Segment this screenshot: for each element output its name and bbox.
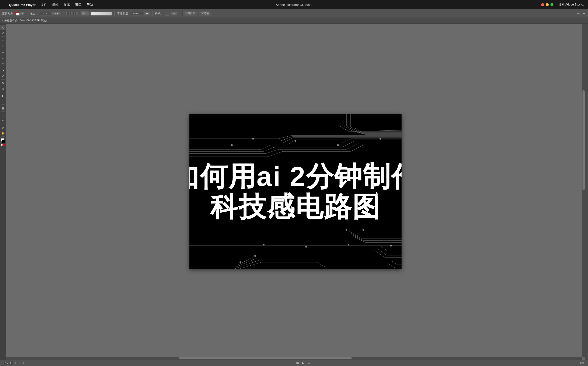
tab-bar: × 未标题-7 @ 150% (CMYK/GPU 预览)	[0, 18, 588, 24]
symbol-tool-btn[interactable]: ☆	[0, 86, 6, 91]
toolbar-sep-5	[180, 11, 180, 16]
menu-window[interactable]: 窗口	[73, 2, 84, 8]
menu-items: QuickTime Player 文件 编辑 显示 窗口 帮助	[7, 2, 95, 8]
zoom-control: ▼	[3, 361, 17, 365]
status-sep-2: |	[26, 361, 27, 365]
pencil-tool-btn[interactable]: ✐	[0, 61, 6, 66]
forward-btn[interactable]: ⏭	[308, 361, 310, 365]
rewind-btn[interactable]: ⏮	[296, 361, 299, 365]
horizontal-scrollbar[interactable]	[6, 357, 582, 360]
tab-close-btn[interactable]: ×	[2, 19, 3, 22]
stroke-label: 描边：	[30, 12, 38, 15]
toolbar-sep-1	[27, 11, 27, 16]
menu-edit[interactable]: 编辑	[50, 2, 61, 8]
rotate-tool-btn[interactable]: ↺	[0, 68, 6, 73]
stroke-pattern-display	[66, 12, 79, 15]
gradient-mode-icon[interactable]	[3, 144, 5, 146]
window-maximize-button[interactable]	[550, 3, 553, 6]
stroke-pattern-btn[interactable]: 等比	[80, 11, 89, 16]
h-scrollbar-thumb[interactable]	[179, 357, 352, 359]
color-picker-bar[interactable]	[91, 12, 112, 15]
circuit-background: 如何用ai 2分钟制作 科技感电路图	[190, 114, 402, 269]
tool-sep-3	[1, 67, 5, 67]
menubar-right: 搜索 Adobe Stock...	[541, 3, 585, 7]
svg-point-15	[263, 244, 264, 245]
opacity-arrow[interactable]: ▶	[144, 11, 150, 15]
svg-point-16	[305, 246, 307, 248]
toolbar-sep-2	[63, 11, 64, 16]
color-mode-icons	[1, 144, 5, 146]
ai-control-toolbar: 选择对象 ▼ 描边： pt ▼ 等比 不透明度： ▶ 样式：	[0, 9, 588, 18]
gradient-tool-btn[interactable]: ◧	[0, 93, 6, 98]
fill-color-box[interactable]	[15, 12, 20, 15]
status-sep-1: |	[19, 361, 20, 365]
artboard-tool-btn[interactable]: ⬚	[0, 113, 6, 118]
toolbar-sep-4	[152, 11, 152, 16]
style-label: 样式：	[155, 12, 163, 15]
opacity-input[interactable]	[132, 12, 143, 15]
style-preview[interactable]	[165, 12, 169, 15]
blend-tool-btn[interactable]: ⊕	[0, 80, 6, 86]
tab-filename: 未标题-7 @ 150% (CMYK/GPU 预览)	[4, 19, 47, 23]
tool-sep-2	[1, 49, 5, 49]
svg-point-8	[380, 138, 381, 140]
play-btn[interactable]: ▶	[302, 361, 304, 365]
traffic-lights	[541, 3, 553, 6]
svg-point-11	[363, 229, 364, 231]
paintbrush-tool-btn[interactable]: ✏	[0, 55, 6, 61]
toolbar-left: 选择对象 ▼ 描边： pt ▼ 等比 不透明度： ▶ 样式：	[2, 11, 586, 16]
svg-point-6	[231, 144, 233, 146]
menu-view[interactable]: 显示	[62, 2, 72, 8]
adobe-stock-search[interactable]: 搜索 Adobe Stock...	[558, 3, 585, 7]
menu-file[interactable]: 文件	[39, 2, 49, 8]
right-panel-toggle[interactable]	[585, 24, 588, 360]
fill-stroke-swatches[interactable]	[1, 138, 5, 143]
svg-point-17	[348, 244, 349, 245]
toolbar-sep-6	[214, 11, 214, 16]
svg-point-20	[239, 261, 241, 263]
style-dropdown[interactable]: ▼	[171, 12, 177, 15]
svg-point-14	[346, 229, 347, 231]
fill-stroke-indicator[interactable]: ▼	[15, 12, 24, 15]
graph-tool-btn[interactable]: ▦	[0, 106, 6, 111]
main-layout: ↖ ↗ ✒ T ▭ ✏ ✐ ↺ ⤢ ⊕ ☆ ◧ ⌖ ▦ ⬚ ✂ ⊕ ✋	[0, 24, 588, 360]
opacity-label: 不透明度：	[117, 12, 131, 15]
zoom-tool-btn[interactable]: ⊕	[0, 125, 6, 130]
vertical-scrollbar[interactable]	[582, 24, 585, 357]
scale-tool-btn[interactable]: ⤢	[0, 74, 6, 79]
app-name-menu[interactable]: QuickTime Player	[7, 2, 38, 8]
toolbar-sep-3	[114, 11, 115, 16]
ai-document-canvas: 如何用ai 2分钟制作 科技感电路图	[190, 114, 402, 269]
zoom-dropdown-btn[interactable]: ▼	[14, 362, 17, 365]
selection-tool-btn[interactable]: ↖	[0, 25, 6, 30]
svg-point-4	[252, 138, 254, 140]
tool-sep-4	[1, 79, 5, 80]
menu-help[interactable]: 帮助	[84, 2, 95, 8]
stroke-width-unit[interactable]: pt ▼	[52, 12, 61, 15]
zoom-input[interactable]	[3, 361, 13, 365]
preferences-button[interactable]: 首选项	[199, 11, 211, 16]
pen-tool-btn[interactable]: ✒	[0, 38, 6, 43]
stroke-width-input[interactable]	[40, 12, 50, 15]
normal-mode-icon[interactable]	[1, 144, 3, 146]
type-tool-btn[interactable]: T	[0, 43, 6, 48]
scissors-tool-btn[interactable]: ✂	[0, 118, 6, 123]
tool-sep-7	[1, 111, 5, 112]
app-title: Adobe Illustrator CC 2019	[276, 3, 312, 7]
canvas-title: 如何用ai 2分钟制作 科技感电路图	[190, 161, 402, 222]
title-line-1: 如何用ai 2分钟制作	[190, 161, 402, 192]
arrange-btn[interactable]: ⊢	[581, 11, 586, 15]
v-scrollbar-thumb[interactable]	[582, 90, 585, 190]
window-minimize-button[interactable]	[546, 3, 549, 6]
status-bar: ▼ | 1 | ⏮ ▶ ⏭ 选择	[0, 360, 588, 366]
align-left-btn[interactable]: ⊣	[576, 11, 580, 15]
window-close-button[interactable]	[541, 3, 544, 6]
select-object-label: 选择对象	[2, 12, 13, 15]
menubar: QuickTime Player 文件 编辑 显示 窗口 帮助 Adobe Il…	[0, 0, 588, 9]
direct-select-tool-btn[interactable]: ↗	[0, 30, 6, 36]
shape-tool-btn[interactable]: ▭	[0, 50, 6, 55]
stroke-fill-toggle[interactable]: ▼	[20, 12, 24, 15]
hand-tool-btn[interactable]: ✋	[0, 130, 6, 136]
eyedropper-tool-btn[interactable]: ⌖	[0, 99, 6, 104]
document-settings-button[interactable]: 文档设置	[183, 11, 197, 16]
